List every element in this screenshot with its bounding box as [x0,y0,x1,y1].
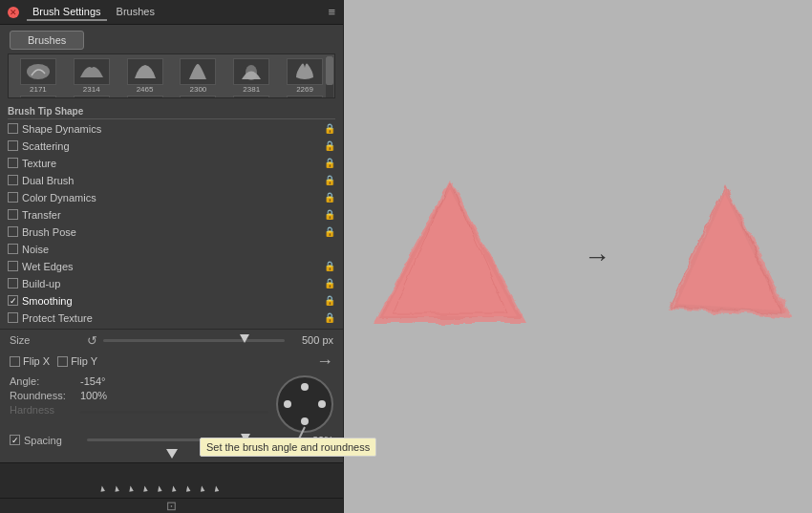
lock-shape-dynamics: 🔒 [324,123,335,134]
brush-item[interactable]: 2153 [119,96,171,98]
svg-marker-27 [200,485,204,492]
label-noise[interactable]: Noise [22,244,49,255]
setting-row-dual-brush: Dual Brush 🔒 [8,172,335,189]
brushes-button[interactable]: Brushes [10,31,84,50]
svg-marker-22 [128,485,133,492]
label-shape-dynamics[interactable]: Shape Dynamics [22,123,101,135]
setting-row-build-up: Build-up 🔒 [8,275,335,292]
lock-transfer: 🔒 [324,209,335,220]
tab-brushes[interactable]: Brushes [111,4,160,21]
checkbox-noise[interactable] [8,244,18,254]
label-dual-brush[interactable]: Dual Brush [22,175,74,186]
label-smoothing[interactable]: Smoothing [22,295,73,307]
label-wet-edges[interactable]: Wet Edges [22,261,74,272]
controls-area: Size ↺ 500 px Flip X Flip Y → An [0,329,343,462]
roundness-label: Roundness: [10,390,76,401]
canvas-area: → [344,0,812,513]
angle-value: -154° [80,375,105,387]
checkbox-brush-pose[interactable] [8,226,18,237]
brush-item[interactable]: 2171 [12,58,64,94]
flip-row: Flip X Flip Y → [10,352,333,372]
spacing-checkbox[interactable]: ✓ [10,435,20,445]
hardness-field-row: Hardness [10,404,268,416]
brush-grid: 2171 2314 2465 2300 [9,54,334,98]
label-texture[interactable]: Texture [22,158,56,169]
label-color-dynamics[interactable]: Color Dynamics [22,192,96,203]
tab-brush-settings[interactable]: Brush Settings [27,4,107,21]
checkbox-smoothing[interactable] [8,295,18,306]
angle-dial[interactable] [276,375,333,433]
lock-brush-pose: 🔒 [324,226,335,237]
setting-row-scattering: Scattering 🔒 [8,138,335,155]
setting-row-wet-edges: Wet Edges 🔒 [8,258,335,275]
label-protect-texture[interactable]: Protect Texture [22,312,93,324]
checkbox-transfer[interactable] [8,209,18,220]
brush-item[interactable]: 2381 [225,58,277,94]
lock-protect-texture: 🔒 [324,312,335,323]
brush-item[interactable]: 2314 [66,58,118,94]
brush-grid-area[interactable]: 2171 2314 2465 2300 [8,53,335,98]
dial-handle-top[interactable] [301,383,309,391]
svg-point-1 [246,65,257,80]
label-transfer[interactable]: Transfer [22,209,61,221]
checkbox-shape-dynamics[interactable] [8,123,18,134]
brushes-btn-row: Brushes [0,25,343,53]
brush-item[interactable]: 2300 [172,58,224,94]
flip-x-group: Flip X [10,355,50,367]
hardness-slider-track[interactable] [80,411,268,414]
lock-smoothing: 🔒 [324,295,335,306]
angle-label: Angle: [10,375,76,387]
flip-y-label: Flip Y [71,355,97,367]
brush-item[interactable]: 2465 [119,58,171,94]
brush-item[interactable]: 2450 [279,96,331,98]
brush-item[interactable]: 1168 [66,96,118,98]
hardness-label: Hardness [10,404,76,416]
brush-item[interactable]: 2103 [12,96,64,98]
brush-scrollbar[interactable] [326,56,333,98]
spacing-label-group: ✓ Spacing [10,435,81,446]
lock-texture: 🔒 [324,158,335,168]
checkbox-scattering[interactable] [8,140,18,151]
checkbox-build-up[interactable] [8,278,18,289]
checkbox-protect-texture[interactable] [8,312,18,323]
flip-y-checkbox[interactable] [57,356,68,367]
panel-titlebar: ✕ Brush Settings Brushes ≡ [0,0,343,25]
setting-row-shape-dynamics: Shape Dynamics 🔒 [8,120,335,138]
size-slider[interactable] [103,339,285,342]
setting-row-brush-pose: Brush Pose 🔒 [8,224,335,241]
svg-marker-24 [157,485,161,492]
brush-item[interactable]: 2490 [225,96,277,98]
svg-marker-21 [114,485,118,492]
svg-marker-26 [185,485,190,492]
lock-build-up: 🔒 [324,278,335,289]
checkbox-wet-edges[interactable] [8,261,18,271]
checkbox-texture[interactable] [8,158,18,168]
dial-handle-left[interactable] [284,400,291,408]
setting-row-color-dynamics: Color Dynamics 🔒 [8,189,335,206]
settings-list: Brush Tip Shape Shape Dynamics 🔒 Scatter… [0,102,343,329]
checkbox-color-dynamics[interactable] [8,192,18,203]
lock-dual-brush: 🔒 [324,175,335,185]
brush-item[interactable]: 2269 [279,58,331,94]
dial-handle-right[interactable] [318,400,326,408]
size-reset-icon[interactable]: ↺ [87,333,97,348]
label-build-up[interactable]: Build-up [22,278,60,289]
svg-marker-28 [214,485,219,492]
brush-item[interactable]: 2500 [172,96,224,98]
arrow-to-dial: → [316,352,333,372]
flip-x-checkbox[interactable] [10,356,20,367]
brush-scrollbar-thumb[interactable] [326,56,333,85]
canvas-content: → [354,165,801,349]
size-value: 500 px [290,334,333,346]
label-scattering[interactable]: Scattering [22,140,70,152]
size-control-row: Size ↺ 500 px [10,333,333,348]
transform-arrow: → [584,244,610,270]
checkbox-dual-brush[interactable] [8,175,18,185]
dial-tooltip: Set the brush angle and roundness [200,438,376,457]
close-button[interactable]: ✕ [8,7,19,18]
label-brush-pose[interactable]: Brush Pose [22,226,76,238]
new-brush-icon[interactable]: ⊡ [166,499,177,513]
brush-shape-before [354,165,545,349]
panel-menu-icon[interactable]: ≡ [328,5,335,19]
dial-handle-bottom[interactable] [301,417,309,425]
